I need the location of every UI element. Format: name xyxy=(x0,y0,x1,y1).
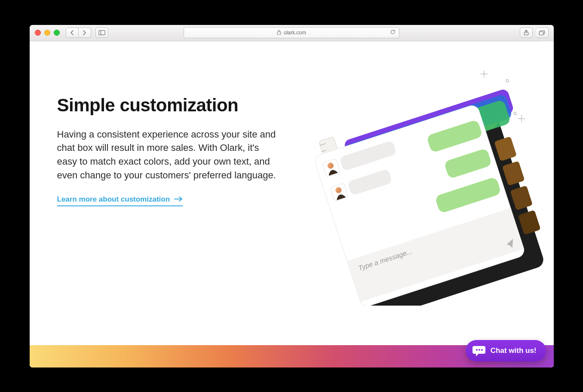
chat-bubble-icon xyxy=(473,345,485,356)
svg-rect-5 xyxy=(539,31,543,35)
hero-paragraph: Having a consistent experience across yo… xyxy=(57,128,281,183)
window-controls xyxy=(35,30,60,36)
svg-point-56 xyxy=(479,349,480,351)
minimize-window-button[interactable] xyxy=(44,30,50,36)
forward-button[interactable] xyxy=(79,28,91,38)
address-bar[interactable]: olark.com xyxy=(184,27,399,38)
back-button[interactable] xyxy=(66,28,79,38)
lock-icon xyxy=(277,30,281,36)
reload-icon[interactable] xyxy=(390,29,396,36)
svg-point-55 xyxy=(476,349,478,351)
hero-title: Simple customization xyxy=(57,95,281,116)
page-content: Simple customization Having a consistent… xyxy=(30,41,554,368)
browser-window: olark.com + Simple customization Having … xyxy=(30,25,554,368)
nav-buttons xyxy=(66,28,91,38)
svg-point-57 xyxy=(481,349,483,351)
chat-widget-button[interactable]: Chat with us! xyxy=(466,340,546,361)
learn-more-label: Learn more about customization xyxy=(57,195,170,204)
zoom-window-button[interactable] xyxy=(54,30,60,36)
browser-toolbar: olark.com xyxy=(30,25,554,41)
customization-illustration: Type a message... xyxy=(304,65,549,306)
close-window-button[interactable] xyxy=(35,30,41,36)
tabs-button[interactable] xyxy=(536,28,549,38)
arrow-right-icon xyxy=(174,195,183,204)
share-button[interactable] xyxy=(520,28,533,38)
learn-more-link[interactable]: Learn more about customization xyxy=(57,195,183,206)
sidebar-button[interactable] xyxy=(95,28,108,38)
chat-widget-label: Chat with us! xyxy=(491,346,537,355)
svg-rect-2 xyxy=(277,32,281,34)
svg-rect-0 xyxy=(98,31,104,35)
hero-section: Simple customization Having a consistent… xyxy=(57,95,281,207)
address-bar-host: olark.com xyxy=(284,30,306,36)
